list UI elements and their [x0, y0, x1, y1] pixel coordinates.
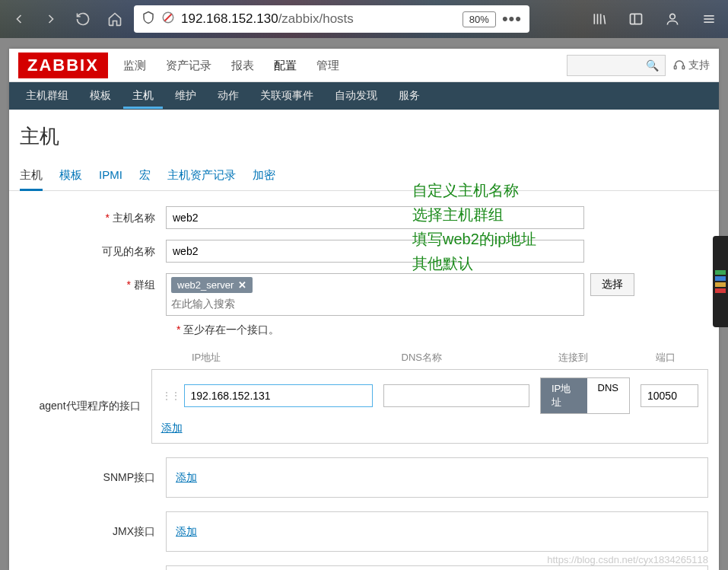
- add-agent-interface-link[interactable]: 添加: [161, 422, 183, 435]
- tab-宏[interactable]: 宏: [139, 162, 151, 190]
- address-bar[interactable]: 192.168.152.130/zabbix/hosts 80% •••: [134, 5, 529, 33]
- svg-rect-2: [631, 14, 642, 24]
- drag-handle-icon[interactable]: ⋮⋮: [161, 390, 184, 402]
- connect-to-toggle: IP地址 DNS: [540, 377, 630, 414]
- subnav-维护[interactable]: 维护: [166, 83, 205, 109]
- back-button[interactable]: [6, 6, 32, 32]
- group-search-input[interactable]: [171, 298, 579, 310]
- interface-hint: *至少存在一个接口。: [20, 323, 708, 337]
- top-menu: 监测资产记录报表配置管理: [122, 51, 341, 79]
- svg-rect-9: [682, 65, 685, 68]
- top-menu-监测[interactable]: 监测: [122, 51, 148, 79]
- svg-rect-8: [674, 65, 676, 68]
- top-menu-管理[interactable]: 管理: [315, 51, 341, 79]
- sidebar-icon[interactable]: [623, 6, 649, 32]
- snmp-interface-label: SNMP接口: [20, 471, 166, 485]
- tab-主机资产记录[interactable]: 主机资产记录: [167, 162, 236, 190]
- tab-模板[interactable]: 模板: [59, 162, 82, 190]
- support-link[interactable]: 支持: [673, 59, 710, 72]
- dns-name-input[interactable]: [383, 384, 529, 407]
- subnav-服务[interactable]: 服务: [389, 83, 429, 109]
- top-menu-配置[interactable]: 配置: [272, 51, 298, 79]
- tab-IPMI[interactable]: IPMI: [99, 162, 122, 190]
- jmx-interface-label: JMX接口: [20, 525, 166, 539]
- forward-button[interactable]: [38, 6, 64, 32]
- side-indicator: [713, 236, 728, 327]
- page-title: 主机: [9, 110, 719, 162]
- search-icon: 🔍: [646, 59, 659, 72]
- home-button[interactable]: [102, 6, 128, 32]
- tab-主机[interactable]: 主机: [20, 162, 43, 191]
- add-jmx-interface-link[interactable]: 添加: [176, 525, 197, 539]
- page-actions-icon[interactable]: •••: [502, 9, 522, 29]
- subnav-动作[interactable]: 动作: [208, 83, 248, 109]
- host-name-input[interactable]: [166, 206, 584, 229]
- zabbix-logo: ZABBIX: [18, 53, 108, 78]
- reload-button[interactable]: [70, 6, 96, 32]
- group-tag: web2_server✕: [171, 277, 253, 293]
- connect-ip-button[interactable]: IP地址: [541, 378, 587, 413]
- jmx-interface-box: 添加: [166, 511, 708, 552]
- svg-line-1: [165, 14, 172, 21]
- form-tabs: 主机模板IPMI宏主机资产记录加密: [9, 162, 719, 191]
- group-multiselect[interactable]: web2_server✕: [166, 273, 584, 316]
- zabbix-header: ZABBIX 监测资产记录报表配置管理 🔍 支持: [9, 49, 719, 82]
- tab-加密[interactable]: 加密: [253, 162, 275, 190]
- watermark: https://blog.csdn.net/cyx1834265118: [547, 554, 708, 565]
- top-menu-资产记录[interactable]: 资产记录: [164, 51, 213, 79]
- subnav-模板[interactable]: 模板: [81, 83, 120, 109]
- ip-address-input[interactable]: [184, 384, 374, 407]
- svg-point-4: [670, 14, 676, 19]
- agent-interface-label: agent代理程序的接口: [20, 400, 151, 413]
- visible-name-label: 可见的名称: [20, 240, 166, 259]
- ipmi-interface-box: 添加: [166, 565, 708, 570]
- library-icon[interactable]: [587, 6, 612, 32]
- port-input[interactable]: [641, 384, 698, 407]
- remove-tag-icon[interactable]: ✕: [238, 279, 246, 291]
- add-snmp-interface-link[interactable]: 添加: [176, 471, 197, 485]
- menu-icon[interactable]: [696, 6, 722, 32]
- connect-dns-button[interactable]: DNS: [587, 378, 629, 413]
- shield-icon: [141, 11, 155, 27]
- agent-interface-box: ⋮⋮ IP地址 DNS 添加: [151, 369, 708, 444]
- blocked-icon: [161, 11, 175, 27]
- subnav-自动发现[interactable]: 自动发现: [326, 83, 386, 109]
- top-menu-报表[interactable]: 报表: [230, 51, 256, 79]
- subnav-主机[interactable]: 主机: [123, 83, 163, 109]
- group-label: *群组: [20, 273, 166, 292]
- zabbix-page: ZABBIX 监测资产记录报表配置管理 🔍 支持 主机群组模板主机维护动作关联项…: [9, 49, 719, 570]
- account-icon[interactable]: [660, 6, 685, 32]
- zoom-badge[interactable]: 80%: [463, 11, 496, 27]
- sub-nav: 主机群组模板主机维护动作关联项事件自动发现服务: [9, 82, 719, 110]
- visible-name-input[interactable]: [166, 240, 584, 263]
- subnav-主机群组[interactable]: 主机群组: [17, 83, 78, 109]
- search-input[interactable]: 🔍: [567, 55, 666, 76]
- url-text: 192.168.152.130/zabbix/hosts: [181, 11, 456, 27]
- host-name-label: *主机名称: [20, 206, 166, 225]
- select-button[interactable]: 选择: [590, 273, 634, 296]
- host-form: *主机名称 可见的名称 *群组 web2_server✕ 选择 *至少存在一个接…: [9, 191, 719, 570]
- snmp-interface-box: 添加: [166, 457, 708, 498]
- browser-toolbar: 192.168.152.130/zabbix/hosts 80% •••: [0, 0, 728, 38]
- interface-columns: IP地址 DNS名称 连接到 端口: [20, 351, 708, 365]
